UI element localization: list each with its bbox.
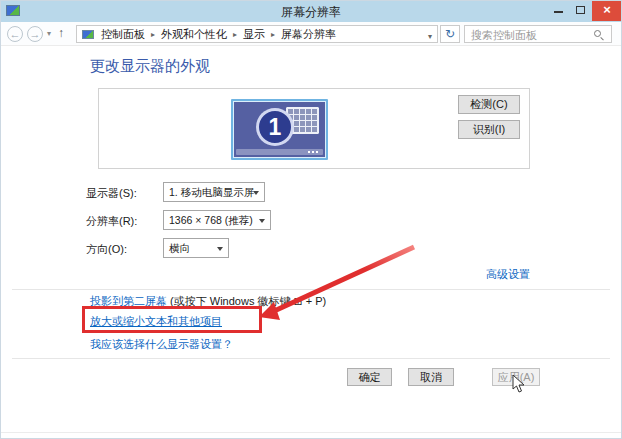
make-text-larger-link[interactable]: 放大或缩小文本和其他项目 xyxy=(90,315,222,327)
close-button[interactable]: × xyxy=(592,0,622,21)
monitor-1-thumbnail[interactable]: 1 xyxy=(231,99,328,160)
monitor-number-badge: 1 xyxy=(256,108,294,146)
resolution-select[interactable]: 1366 × 768 (推荐) xyxy=(163,210,271,230)
breadcrumb-item-display[interactable]: 显示 xyxy=(241,27,267,42)
display-select[interactable]: 1. 移动电脑显示屏 xyxy=(163,182,265,202)
window-title: 屏幕分辨率 xyxy=(0,4,622,21)
minimize-icon xyxy=(554,11,563,13)
refresh-icon: ↻ xyxy=(445,27,455,41)
dpi-scaling-row: 放大或缩小文本和其他项目 xyxy=(90,314,222,329)
annotation-arrow xyxy=(250,240,425,330)
close-icon: × xyxy=(603,2,611,17)
history-dropdown[interactable]: ▾ xyxy=(47,29,51,38)
breadcrumb-separator: ▸ xyxy=(267,30,279,39)
resolution-select-value: 1366 × 768 (推荐) xyxy=(169,214,253,226)
display-label: 显示器(S): xyxy=(86,186,137,201)
monitor-taskbar xyxy=(236,149,323,155)
navigation-bar: ← → ▾ ↑ 控制面板▸外观和个性化▸显示▸屏幕分辨率 ▾ ↻ xyxy=(0,22,622,46)
taskbar-dots-icon xyxy=(316,151,318,153)
cancel-button[interactable]: 取消 xyxy=(408,368,454,386)
maximize-button[interactable] xyxy=(570,0,592,21)
breadcrumb-separator: ▸ xyxy=(229,30,241,39)
ok-button[interactable]: 确定 xyxy=(347,368,392,386)
forward-icon: → xyxy=(30,28,41,40)
help-row: 我应该选择什么显示器设置？ xyxy=(90,337,233,352)
search-input[interactable] xyxy=(465,26,591,42)
advanced-settings-link[interactable]: 高级设置 xyxy=(486,268,530,280)
forward-button[interactable]: → xyxy=(27,26,43,42)
separator xyxy=(12,358,610,359)
project-shortcut-hint: (或按下 Windows 徽标键 ⊞ + P) xyxy=(170,295,326,307)
back-icon: ← xyxy=(10,28,21,40)
chevron-down-icon xyxy=(259,219,265,223)
window-bottom-edge xyxy=(0,432,622,433)
orientation-label: 方向(O): xyxy=(86,242,127,257)
breadcrumb-separator: ▸ xyxy=(147,30,159,39)
control-panel-icon xyxy=(82,30,94,39)
back-button[interactable]: ← xyxy=(7,26,23,42)
chevron-down-icon xyxy=(253,191,259,195)
detect-button[interactable]: 检测(C) xyxy=(458,95,520,114)
display-select-value: 1. 移动电脑显示屏 xyxy=(169,186,254,198)
orientation-select[interactable]: 横向 xyxy=(163,238,229,258)
refresh-button[interactable]: ↻ xyxy=(440,25,460,43)
breadcrumb-item-screen-resolution[interactable]: 屏幕分辨率 xyxy=(279,27,338,42)
search-icon xyxy=(594,30,601,37)
display-settings-help-link[interactable]: 我应该选择什么显示器设置？ xyxy=(90,338,233,350)
maximize-icon xyxy=(576,6,585,14)
search-box xyxy=(464,25,612,43)
project-second-screen-row: 投影到第二屏幕 (或按下 Windows 徽标键 ⊞ + P) xyxy=(90,294,326,309)
resolution-label: 分辨率(R): xyxy=(86,214,137,229)
breadcrumb-item-control-panel[interactable]: 控制面板 xyxy=(99,27,147,42)
address-dropdown-icon[interactable]: ▾ xyxy=(428,32,432,41)
separator xyxy=(12,289,610,290)
up-button[interactable]: ↑ xyxy=(58,26,64,40)
apply-button-disabled: 应用(A) xyxy=(492,368,540,386)
minimize-button[interactable] xyxy=(548,0,570,21)
chevron-down-icon xyxy=(217,247,223,251)
orientation-select-value: 横向 xyxy=(169,242,190,254)
page-title: 更改显示器的外观 xyxy=(90,57,210,76)
breadcrumb[interactable]: 控制面板▸外观和个性化▸显示▸屏幕分辨率 ▾ xyxy=(76,25,438,43)
breadcrumb-item-appearance[interactable]: 外观和个性化 xyxy=(159,27,229,42)
identify-button[interactable]: 识别(I) xyxy=(458,120,520,139)
advanced-settings-row: 高级设置 xyxy=(98,267,530,282)
project-second-screen-link[interactable]: 投影到第二屏幕 xyxy=(90,295,167,307)
title-bar: 屏幕分辨率 × xyxy=(0,0,622,22)
